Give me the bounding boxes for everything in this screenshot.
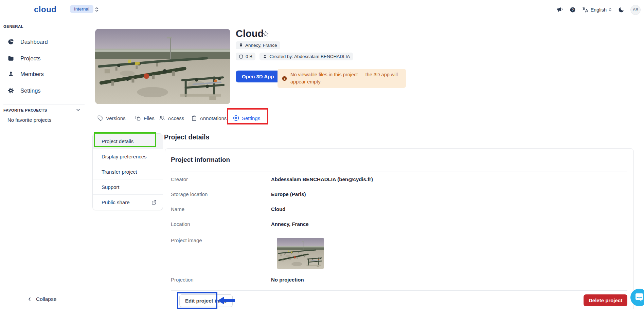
info-label: Name xyxy=(171,206,271,212)
tab-label: Annotations xyxy=(200,115,227,121)
tab-settings[interactable]: Settings xyxy=(233,113,260,123)
chevron-updown-icon xyxy=(608,7,612,12)
users-icon xyxy=(159,115,165,121)
project-title: Cloud xyxy=(236,28,264,39)
gear-icon xyxy=(233,115,239,121)
announcements-icon[interactable] xyxy=(556,6,564,13)
top-navigation-bar: cloud Internal ? English xyxy=(0,0,644,19)
external-link-icon xyxy=(151,200,157,205)
sidebar-divider xyxy=(3,104,85,104)
database-icon xyxy=(239,54,244,59)
submenu-label: Transfer project xyxy=(102,169,137,175)
project-information-card: Project information Creator Abdessalam B… xyxy=(165,148,634,309)
sidebar-item-label: Settings xyxy=(20,88,41,94)
submenu-label: Display preferences xyxy=(102,154,147,159)
dashboard-pie-icon xyxy=(7,38,14,45)
help-icon[interactable]: ? xyxy=(569,6,576,13)
tab-versions[interactable]: Versions xyxy=(97,113,126,123)
chevron-left-icon xyxy=(27,297,32,302)
tab-label: Settings xyxy=(242,115,260,121)
tab-label: Versions xyxy=(106,115,126,121)
submenu-label: Project details xyxy=(102,138,133,144)
created-by-badge: Created by: Abdessalam BENCHADLIA xyxy=(260,53,353,60)
user-avatar[interactable]: AB xyxy=(630,5,641,15)
page-title: Project details xyxy=(164,133,209,141)
open-3d-app-button[interactable]: Open 3D App xyxy=(236,71,280,82)
submenu-label: Support xyxy=(102,184,120,190)
workspace-badge[interactable]: Internal xyxy=(70,5,93,13)
svg-text:!: ! xyxy=(284,77,285,80)
delete-project-button[interactable]: Delete project xyxy=(584,294,627,306)
sidebar: GENERAL Dashboard Projects Members xyxy=(0,19,88,309)
info-label: Project image xyxy=(171,231,271,243)
tab-access[interactable]: Access xyxy=(159,113,184,123)
no-viewable-files-warning: ! No viewable files in this project — th… xyxy=(278,69,406,88)
clipboard-icon xyxy=(191,115,197,121)
gear-icon xyxy=(7,87,14,94)
info-label: Creator xyxy=(171,176,271,182)
language-label: English xyxy=(590,7,607,13)
info-value: Annecy, France xyxy=(271,221,309,227)
edit-project-infos-button[interactable]: Edit project infos xyxy=(179,294,233,307)
dark-mode-icon[interactable] xyxy=(618,6,625,13)
divider xyxy=(171,290,627,291)
favorites-empty-text: No favorite projects xyxy=(7,117,51,123)
info-value: Europe (Paris) xyxy=(271,191,306,197)
sidebar-item-members[interactable]: Members xyxy=(0,66,88,81)
sidebar-item-dashboard[interactable]: Dashboard xyxy=(0,34,88,49)
warning-text: No viewable files in this project — the … xyxy=(290,71,401,85)
submenu-item-display-preferences[interactable]: Display preferences xyxy=(93,149,163,164)
submenu-item-project-details[interactable]: Project details xyxy=(93,134,163,149)
info-label: Projection xyxy=(171,277,271,283)
location-pin-icon xyxy=(239,43,243,47)
project-hero-image xyxy=(95,29,230,104)
sidebar-item-label: Dashboard xyxy=(20,39,48,45)
folder-icon xyxy=(7,55,14,62)
info-row-projection: Projection No projection xyxy=(171,272,627,287)
favorites-collapse-icon[interactable] xyxy=(75,107,81,113)
tab-files[interactable]: Files xyxy=(135,113,155,123)
favorite-star-icon[interactable] xyxy=(262,31,269,37)
info-value: No projection xyxy=(271,277,304,283)
svg-text:?: ? xyxy=(572,8,574,12)
info-value: Abdessalam BENCHADLIA (ben@cydis.fr) xyxy=(271,176,373,182)
info-label: Location xyxy=(171,221,271,227)
card-heading: Project information xyxy=(171,156,230,163)
files-icon xyxy=(135,115,141,121)
language-selector[interactable]: English xyxy=(582,6,612,13)
person-icon xyxy=(263,54,267,59)
app-logo[interactable]: cloud xyxy=(34,5,57,14)
chat-widget-button[interactable] xyxy=(630,289,644,306)
info-row-location: Location Annecy, France xyxy=(171,216,627,231)
sidebar-section-general: GENERAL xyxy=(3,24,23,28)
submenu-item-support[interactable]: Support xyxy=(93,179,163,195)
location-badge: Annecy, France xyxy=(236,41,280,49)
sidebar-item-projects[interactable]: Projects xyxy=(0,51,88,66)
storage-size-badge: 0 B xyxy=(236,53,255,60)
submenu-item-transfer-project[interactable]: Transfer project xyxy=(93,164,163,179)
person-icon xyxy=(7,71,14,77)
tab-annotations[interactable]: Annotations xyxy=(191,113,227,123)
translate-icon xyxy=(582,6,589,13)
workspace-switcher-icon[interactable] xyxy=(94,6,99,13)
submenu-item-public-share[interactable]: Public share xyxy=(93,195,163,210)
tag-icon xyxy=(97,115,103,121)
collapse-label: Collapse xyxy=(36,296,56,302)
info-label: Storage location xyxy=(171,191,271,197)
info-row-name: Name Cloud xyxy=(171,201,627,216)
submenu-label: Public share xyxy=(102,199,130,205)
sidebar-collapse-button[interactable]: Collapse xyxy=(27,296,56,302)
tab-label: Files xyxy=(144,115,155,121)
sidebar-item-label: Projects xyxy=(20,55,41,62)
created-by-label: Created by: Abdessalam BENCHADLIA xyxy=(269,54,350,59)
sidebar-item-label: Members xyxy=(20,71,44,77)
storage-size-label: 0 B xyxy=(246,54,252,59)
info-row-storage-location: Storage location Europe (Paris) xyxy=(171,187,627,201)
location-label: Annecy, France xyxy=(245,43,277,48)
sidebar-item-settings[interactable]: Settings xyxy=(0,83,88,98)
info-row-creator: Creator Abdessalam BENCHADLIA (ben@cydis… xyxy=(171,172,627,187)
warning-icon: ! xyxy=(282,76,287,81)
info-row-project-image: Project image xyxy=(171,231,627,272)
info-value: Cloud xyxy=(271,206,286,212)
settings-submenu: Project details Display preferences Tran… xyxy=(92,133,163,210)
